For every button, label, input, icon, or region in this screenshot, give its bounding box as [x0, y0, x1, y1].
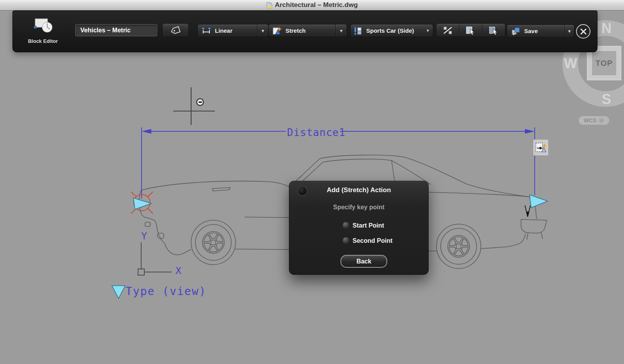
action-type-label: Stretch	[285, 27, 306, 34]
dimension-type-dropdown[interactable]: Linear ▾	[197, 24, 269, 37]
dimension-type-label: Linear	[215, 27, 232, 34]
block-select-label: Sports Car (Side)	[366, 27, 414, 34]
block-name-field[interactable]: Vehicles – Metric	[75, 24, 157, 36]
wcs-dropdown[interactable]: WCS ▾	[579, 116, 609, 125]
stretch-action-icon	[272, 26, 282, 35]
action-badge-icon[interactable]	[533, 139, 549, 156]
stretch-grip-arrow	[525, 205, 530, 217]
start-point-radio[interactable]	[342, 221, 350, 230]
start-point-label: Start Point	[353, 222, 384, 229]
block-editor-mode: Block Editor	[21, 16, 64, 44]
block-editor-toolbar: Block Editor Vehicles – Metric Linear ▾ …	[12, 11, 597, 52]
selection-tools-group	[436, 23, 505, 37]
wcs-label: WCS	[584, 117, 597, 124]
block-reference-icon	[354, 26, 363, 35]
dimension-arrow-right	[525, 129, 535, 134]
tag-icon	[170, 26, 181, 35]
second-point-option[interactable]: Second Point	[342, 237, 392, 245]
second-point-label: Second Point	[353, 237, 392, 244]
back-button[interactable]: Back	[340, 255, 387, 268]
select-objects-button[interactable]	[459, 24, 482, 37]
block-editor-icon	[32, 16, 54, 36]
chevron-down-icon: ▾	[599, 118, 604, 123]
ucs-y-label: Y	[141, 230, 147, 242]
action-type-dropdown[interactable]: Stretch ▾	[268, 24, 347, 37]
block-name-value: Vehicles – Metric	[80, 27, 131, 34]
dialog-prompt: Specify key point	[289, 204, 428, 211]
start-point-option[interactable]: Start Point	[342, 221, 384, 230]
add-stretch-action-dialog: Add (Stretch) Action Specify key point S…	[289, 181, 429, 275]
select-new-objects-button[interactable]	[482, 24, 505, 37]
viewcube-top-label: TOP	[592, 51, 616, 75]
chevron-down-icon[interactable]: ▾	[335, 25, 347, 37]
cursor-badge-icon	[197, 99, 204, 106]
rear-wheel-spokes	[448, 237, 469, 256]
block-editor-label: Block Editor	[21, 38, 64, 44]
attribute-tag-button[interactable]	[162, 23, 189, 37]
front-wheel-spokes	[203, 233, 223, 252]
block-select-dropdown[interactable]: Sports Car (Side) ▼	[350, 24, 433, 37]
dimension-label: Distance1	[287, 127, 346, 138]
save-block-dropdown[interactable]: Save ▾	[507, 25, 574, 37]
chevron-down-icon[interactable]: ▼	[426, 28, 430, 33]
view-type-label: Type (view)	[126, 285, 206, 298]
measure-divide-button[interactable]	[436, 24, 459, 37]
close-block-editor-button[interactable]	[576, 24, 590, 39]
linear-dimension-icon	[201, 27, 211, 35]
crosshair-cursor	[173, 87, 215, 125]
dimension-arrow-left	[142, 129, 151, 134]
second-point-radio[interactable]	[342, 237, 350, 245]
keypoint-flag-end[interactable]	[530, 195, 548, 208]
view-type-grip-triangle[interactable]	[112, 286, 125, 299]
save-block-label: Save	[524, 28, 538, 34]
select-new-objects-icon	[489, 26, 499, 35]
chevron-down-icon[interactable]: ▾	[257, 25, 268, 37]
chevron-down-icon[interactable]: ▾	[564, 25, 574, 37]
dialog-title: Add (Stretch) Action	[289, 186, 428, 194]
ucs-x-label: X	[176, 265, 181, 276]
view-type-annotation: Type (view)	[112, 285, 206, 299]
action-badge-glyph	[535, 141, 547, 154]
back-button-label: Back	[356, 258, 371, 265]
close-icon	[580, 28, 587, 35]
select-objects-icon	[466, 26, 476, 35]
measure-divide-icon	[443, 26, 453, 35]
save-block-icon	[511, 27, 520, 35]
